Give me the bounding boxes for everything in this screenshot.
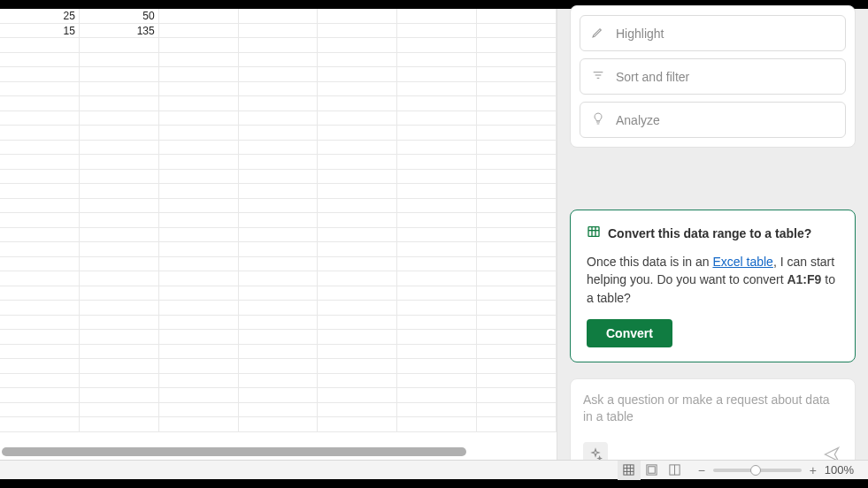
- cell[interactable]: [239, 316, 319, 330]
- cell[interactable]: [318, 82, 397, 96]
- cell[interactable]: [239, 301, 319, 315]
- table-row[interactable]: [0, 316, 557, 331]
- cell[interactable]: [0, 301, 80, 315]
- cell[interactable]: [159, 82, 239, 96]
- cell[interactable]: [159, 170, 239, 184]
- cell[interactable]: [397, 170, 477, 184]
- table-row[interactable]: [0, 228, 557, 243]
- cell[interactable]: [477, 82, 557, 96]
- cell[interactable]: [397, 199, 477, 213]
- zoom-slider-thumb[interactable]: [750, 465, 761, 476]
- cell[interactable]: [159, 111, 239, 126]
- cell[interactable]: [80, 228, 159, 242]
- cell[interactable]: [318, 257, 397, 271]
- cell[interactable]: [397, 155, 477, 169]
- cell[interactable]: [477, 141, 557, 155]
- cell[interactable]: [239, 374, 319, 388]
- cell[interactable]: [0, 155, 80, 169]
- cell[interactable]: [318, 286, 397, 301]
- cell[interactable]: [239, 388, 319, 402]
- cell[interactable]: [0, 286, 80, 301]
- cell[interactable]: [318, 345, 397, 359]
- table-row[interactable]: [0, 96, 557, 111]
- cell[interactable]: [0, 316, 80, 330]
- cell[interactable]: [80, 388, 159, 402]
- table-row[interactable]: [0, 184, 557, 199]
- cell[interactable]: [159, 286, 239, 301]
- table-row[interactable]: [0, 359, 557, 374]
- table-row[interactable]: [0, 374, 557, 389]
- cell[interactable]: [397, 417, 477, 431]
- cell[interactable]: [159, 184, 239, 198]
- cell[interactable]: [239, 199, 319, 213]
- cell[interactable]: [397, 9, 477, 23]
- table-row[interactable]: [0, 111, 557, 126]
- cell[interactable]: [477, 155, 557, 169]
- cell[interactable]: [0, 228, 80, 242]
- table-row[interactable]: [0, 242, 557, 257]
- cell[interactable]: [318, 155, 397, 169]
- cell[interactable]: [0, 184, 80, 198]
- table-row[interactable]: [0, 170, 557, 185]
- cell[interactable]: [318, 403, 397, 417]
- cell[interactable]: [318, 184, 397, 198]
- cell[interactable]: [80, 38, 159, 52]
- cell[interactable]: [80, 316, 159, 330]
- cell[interactable]: [159, 67, 239, 81]
- cell[interactable]: [397, 359, 477, 373]
- cell[interactable]: [318, 111, 397, 126]
- analyze-button[interactable]: Analyze: [580, 102, 846, 138]
- cell[interactable]: [477, 301, 557, 315]
- table-row[interactable]: [0, 82, 557, 97]
- table-row[interactable]: [0, 301, 557, 316]
- cell[interactable]: [318, 213, 397, 227]
- cell[interactable]: [239, 155, 319, 169]
- cell[interactable]: 50: [80, 9, 159, 23]
- cell[interactable]: [397, 257, 477, 271]
- cell[interactable]: [397, 184, 477, 198]
- cell[interactable]: [318, 330, 397, 344]
- cell[interactable]: [318, 359, 397, 373]
- normal-view-button[interactable]: [618, 461, 641, 480]
- cell[interactable]: [159, 53, 239, 67]
- cell[interactable]: [80, 155, 159, 169]
- cell[interactable]: 15: [0, 24, 80, 38]
- cell[interactable]: [0, 213, 80, 227]
- cell[interactable]: [0, 345, 80, 359]
- cell[interactable]: [397, 67, 477, 81]
- table-row[interactable]: [0, 330, 557, 345]
- cell[interactable]: [159, 359, 239, 373]
- table-row[interactable]: [0, 53, 557, 68]
- cell[interactable]: [397, 38, 477, 52]
- cell[interactable]: [318, 242, 397, 256]
- cell[interactable]: [477, 359, 557, 373]
- horizontal-scrollbar[interactable]: [2, 447, 466, 456]
- cell[interactable]: [80, 53, 159, 67]
- cell[interactable]: [80, 126, 159, 140]
- cell[interactable]: [477, 316, 557, 330]
- cell[interactable]: [318, 53, 397, 67]
- cell[interactable]: [159, 403, 239, 417]
- cell[interactable]: [80, 111, 159, 126]
- cell[interactable]: [477, 67, 557, 81]
- cell[interactable]: [318, 126, 397, 140]
- cell[interactable]: [318, 417, 397, 431]
- cell[interactable]: [0, 359, 80, 373]
- cell[interactable]: [318, 301, 397, 315]
- cell[interactable]: [239, 141, 319, 155]
- cell[interactable]: [0, 388, 80, 402]
- cell[interactable]: [80, 359, 159, 373]
- table-row[interactable]: [0, 67, 557, 82]
- cell[interactable]: [397, 141, 477, 155]
- cell[interactable]: [80, 417, 159, 431]
- spreadsheet-area[interactable]: 255015135: [0, 9, 557, 460]
- cell[interactable]: [0, 170, 80, 184]
- table-row[interactable]: [0, 213, 557, 228]
- cell[interactable]: [0, 242, 80, 256]
- zoom-percentage[interactable]: 100%: [825, 463, 854, 477]
- cell[interactable]: [0, 96, 80, 111]
- cell[interactable]: [159, 345, 239, 359]
- table-row[interactable]: [0, 345, 557, 360]
- cell[interactable]: [239, 24, 319, 38]
- grid[interactable]: 255015135: [0, 9, 557, 460]
